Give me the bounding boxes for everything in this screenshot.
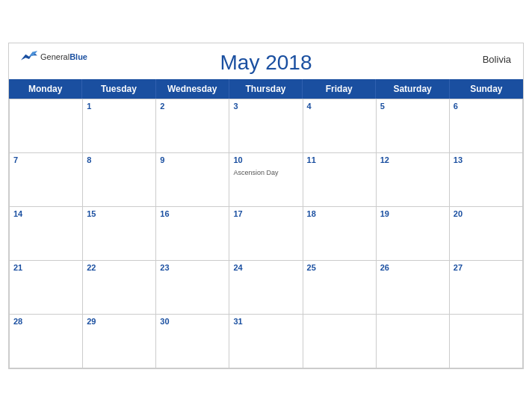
cell-date: 9 — [160, 155, 225, 164]
cell-date: 19 — [380, 209, 445, 218]
calendar-cell: 21 — [10, 261, 83, 315]
day-tuesday: Tuesday — [82, 79, 155, 99]
day-wednesday: Wednesday — [156, 79, 229, 99]
cell-date: 27 — [454, 263, 519, 272]
calendar-cell: 24 — [229, 261, 303, 315]
calendar-cell — [10, 99, 83, 153]
cell-date: 18 — [307, 209, 372, 218]
calendar-cell: 30 — [156, 315, 229, 368]
calendar-cell: 14 — [10, 207, 83, 261]
calendar-cell: 28 — [10, 315, 83, 368]
calendar-cell: 20 — [450, 207, 523, 261]
calendar-cell: 17 — [229, 207, 303, 261]
cell-date: 29 — [87, 317, 152, 326]
calendar: GeneralBlue May 2018 Bolivia Monday Tues… — [8, 43, 524, 369]
cell-date: 8 — [87, 155, 152, 164]
calendar-cell: 18 — [303, 207, 377, 261]
day-friday: Friday — [303, 79, 376, 99]
calendar-cell: 15 — [83, 207, 156, 261]
calendar-cell: 27 — [450, 261, 523, 315]
calendar-cell: 29 — [83, 315, 156, 368]
cell-date: 14 — [13, 209, 78, 218]
cell-date: 1 — [87, 102, 152, 111]
calendar-cell: 16 — [156, 207, 229, 261]
calendar-cell: 8 — [83, 153, 156, 207]
cell-date: 11 — [307, 155, 372, 164]
cell-date: 15 — [87, 209, 152, 218]
calendar-cell: 9 — [156, 153, 229, 207]
calendar-cell: 4 — [303, 99, 377, 153]
svg-marker-1 — [29, 50, 37, 56]
calendar-cell — [377, 315, 450, 368]
country-label: Bolivia — [483, 54, 511, 65]
cell-date: 5 — [380, 102, 445, 111]
cell-date: 25 — [307, 263, 372, 272]
cell-date: 28 — [13, 317, 78, 326]
cell-event: Ascension Day — [233, 169, 278, 176]
calendar-cell: 23 — [156, 261, 229, 315]
calendar-cell: 26 — [377, 261, 450, 315]
logo-bird-icon — [21, 49, 37, 63]
calendar-cell: 25 — [303, 261, 377, 315]
cell-date: 6 — [454, 102, 519, 111]
day-sunday: Sunday — [450, 79, 523, 99]
cell-date: 31 — [233, 317, 298, 326]
day-saturday: Saturday — [376, 79, 449, 99]
cell-date: 7 — [13, 155, 78, 164]
day-monday: Monday — [9, 79, 82, 99]
calendar-cell: 11 — [303, 153, 377, 207]
cell-date: 26 — [380, 263, 445, 272]
cell-date: 30 — [160, 317, 225, 326]
cell-date: 16 — [160, 209, 225, 218]
calendar-cell: 10Ascension Day — [229, 153, 303, 207]
calendar-cell: 5 — [377, 99, 450, 153]
cell-date: 10 — [233, 155, 298, 164]
cell-date: 12 — [380, 155, 445, 164]
cell-date: 4 — [307, 102, 372, 111]
calendar-cell — [303, 315, 377, 368]
calendar-cell: 7 — [10, 153, 83, 207]
calendar-cell: 12 — [377, 153, 450, 207]
calendar-cell: 13 — [450, 153, 523, 207]
calendar-cell: 19 — [377, 207, 450, 261]
cell-date: 21 — [13, 263, 78, 272]
cell-date: 2 — [160, 102, 225, 111]
logo: GeneralBlue — [21, 49, 87, 63]
logo-general-text: GeneralBlue — [40, 49, 87, 63]
month-title: May 2018 — [220, 51, 312, 75]
calendar-cell: 22 — [83, 261, 156, 315]
cell-date: 22 — [87, 263, 152, 272]
day-thursday: Thursday — [229, 79, 303, 99]
calendar-cell: 31 — [229, 315, 303, 368]
days-header: Monday Tuesday Wednesday Thursday Friday… — [9, 79, 523, 99]
cell-date: 3 — [233, 102, 298, 111]
calendar-header: GeneralBlue May 2018 Bolivia — [9, 43, 523, 79]
calendar-grid: 12345678910Ascension Day1112131415161718… — [9, 99, 523, 368]
calendar-cell: 6 — [450, 99, 523, 153]
calendar-cell: 3 — [229, 99, 303, 153]
calendar-cell: 2 — [156, 99, 229, 153]
calendar-cell — [450, 315, 523, 368]
cell-date: 23 — [160, 263, 225, 272]
calendar-cell: 1 — [83, 99, 156, 153]
cell-date: 13 — [454, 155, 519, 164]
cell-date: 17 — [233, 209, 298, 218]
cell-date: 20 — [454, 209, 519, 218]
cell-date: 24 — [233, 263, 298, 272]
